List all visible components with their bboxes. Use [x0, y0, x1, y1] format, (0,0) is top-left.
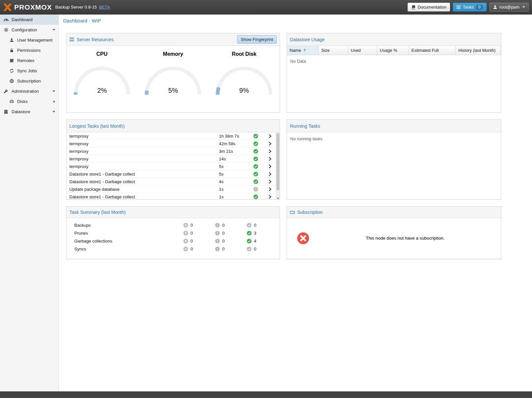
status-ok-icon — [253, 141, 258, 146]
errors-icon — [183, 239, 188, 244]
column-header-history-last-month[interactable]: History (last Month) — [456, 46, 501, 55]
column-header-used[interactable]: Used — [348, 46, 377, 55]
caret-down-icon[interactable] — [53, 90, 55, 92]
show-fingerprint-button[interactable]: Show Fingerprint — [237, 35, 277, 44]
warnings-count: 0 — [222, 247, 225, 251]
task-open-action[interactable] — [264, 187, 276, 191]
task-row[interactable]: Datastore store1 - Garbage collect5s — [66, 170, 276, 178]
longest-tasks-panel: Longest Tasks (last Month) termproxy1h 3… — [66, 119, 280, 200]
sidebar-item-dashboard[interactable]: Dashboard — [0, 15, 58, 25]
sidebar-item-permissions[interactable]: Permissions — [0, 45, 58, 55]
task-open-action[interactable] — [264, 142, 276, 146]
documentation-button[interactable]: Documentation — [408, 3, 450, 12]
task-open-action[interactable] — [264, 157, 276, 161]
task-open-action[interactable] — [264, 134, 276, 138]
gauge-label: Root Disk — [211, 51, 277, 57]
chevron-right-icon — [268, 142, 272, 146]
sidebar-item-disks[interactable]: Disks — [0, 96, 58, 107]
user-label: root@pam — [499, 5, 519, 10]
sidebar-item-label: Subscription — [17, 79, 41, 83]
sidebar-item-label: Administration — [12, 89, 39, 94]
summary-errors: 0 — [183, 231, 215, 236]
task-row[interactable]: termproxy14s — [66, 155, 276, 163]
warnings-icon — [215, 231, 220, 236]
sidebar-item-label: Dashboard — [12, 17, 33, 22]
summary-warnings: 0 — [215, 223, 247, 228]
column-header-name[interactable]: Name — [287, 46, 319, 55]
sidebar-item-sync-jobs[interactable]: Sync Jobs — [0, 66, 58, 76]
empty-text: No running tasks — [290, 136, 323, 141]
task-row[interactable]: termproxy1h 38m 7s — [66, 132, 276, 140]
task-row[interactable]: Datastore store1 - Garbage collect4s — [66, 178, 276, 185]
sidebar-item-datastore[interactable]: Datastore — [0, 107, 58, 117]
sidebar-item-label: Permissions — [17, 48, 41, 53]
user-menu-button[interactable]: root@pam — [489, 3, 529, 12]
sidebar: Dashboard Configuration User Management … — [0, 15, 59, 391]
gauge-label: CPU — [69, 51, 135, 57]
panel-title: Subscription — [297, 210, 323, 215]
gauges: CPU2%Memory5%Root Disk9% — [66, 46, 280, 113]
lock-icon — [9, 48, 14, 52]
task-open-action[interactable] — [264, 195, 276, 199]
caret-down-icon[interactable] — [53, 111, 55, 113]
bottom-bar — [0, 391, 532, 398]
column-header-size[interactable]: Size — [319, 46, 348, 55]
summary-warnings: 0 — [215, 231, 247, 236]
task-row[interactable]: termproxy5s — [66, 163, 276, 170]
book-icon — [411, 5, 416, 10]
beta-link[interactable]: BETA — [99, 5, 110, 10]
status-neutral-ok-icon — [247, 223, 252, 228]
task-row[interactable]: Update package database1s? — [66, 185, 276, 193]
sidebar-item-administration[interactable]: Administration — [0, 86, 58, 96]
caret-right-icon[interactable] — [53, 100, 55, 103]
caret-down-icon[interactable] — [53, 29, 55, 31]
sidebar-item-user-management[interactable]: User Management — [0, 35, 58, 45]
status-ok-icon — [253, 194, 258, 199]
sidebar-item-remotes[interactable]: Remotes — [0, 55, 58, 66]
svg-text:5%: 5% — [168, 87, 178, 94]
sidebar-item-subscription[interactable]: Subscription — [0, 76, 58, 86]
scrollbar-down-arrow[interactable] — [277, 198, 279, 199]
summary-errors: 0 — [183, 247, 215, 251]
task-name: Datastore store1 - Garbage collect — [66, 194, 219, 199]
task-open-action[interactable] — [264, 149, 276, 153]
task-row[interactable]: termproxy42m 58s — [66, 140, 276, 148]
sync-icon — [9, 69, 14, 73]
ok-count: 0 — [254, 223, 256, 228]
tasks-button[interactable]: Tasks 0 — [453, 3, 487, 12]
summary-ok: 0 — [247, 247, 278, 251]
task-row[interactable]: Datastore store1 - Garbage collect1s — [66, 193, 276, 200]
task-open-action[interactable] — [264, 164, 276, 169]
task-open-action[interactable] — [264, 172, 276, 176]
task-duration: 5s — [219, 172, 253, 177]
chevron-right-icon — [268, 187, 272, 191]
warnings-icon — [215, 239, 220, 244]
task-name: termproxy — [66, 141, 219, 146]
task-status — [253, 149, 264, 154]
chevron-down-icon — [522, 6, 525, 8]
task-row[interactable]: termproxy3m 21s — [66, 148, 276, 155]
proxmox-x-icon — [3, 3, 12, 12]
task-open-action[interactable] — [264, 180, 276, 184]
subscription-header: Subscription — [287, 207, 501, 218]
task-duration: 3m 21s — [219, 149, 253, 154]
errors-icon — [183, 247, 188, 251]
scrollbar-thumb[interactable] — [276, 133, 279, 190]
user-icon — [493, 5, 497, 9]
task-duration: 4s — [219, 179, 253, 184]
sidebar-item-configuration[interactable]: Configuration — [0, 25, 58, 35]
column-header-estimated-full[interactable]: Estimated Full — [409, 46, 456, 55]
scrollbar[interactable] — [276, 132, 280, 200]
panel-title: Server Resources — [77, 37, 114, 42]
column-header-usage[interactable]: Usage % — [377, 46, 409, 55]
running-tasks-panel: Running Tasks No running tasks — [287, 119, 501, 200]
warnings-count: 0 — [222, 239, 225, 244]
task-status — [253, 172, 264, 177]
ok-count: 0 — [254, 247, 256, 251]
status-unknown-icon: ? — [253, 187, 258, 192]
chevron-right-icon — [268, 172, 272, 176]
task-status — [253, 134, 264, 139]
gears-icon — [3, 27, 9, 32]
errors-count: 0 — [191, 247, 193, 251]
column-label: History (last Month) — [458, 48, 496, 53]
